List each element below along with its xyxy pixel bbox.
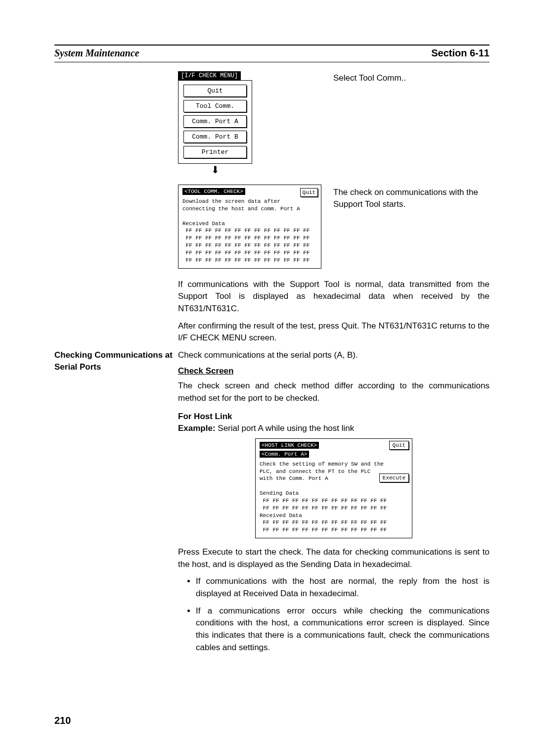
tool-comm-check-screen: <TOOL COMM. CHECK> Quit Download the scr…: [178, 185, 321, 269]
paragraph-5: Press Execute to start the check. The da…: [178, 546, 490, 570]
host-link-execute-button[interactable]: Execute: [379, 473, 409, 482]
bullet-item-2: If a communications error occurs while c…: [196, 605, 490, 654]
if-check-menu-title: [I/F CHECK MENU]: [178, 71, 241, 80]
bullet-list: If communications with the host are norm…: [178, 575, 490, 654]
arrow-down-icon: ⬇: [178, 165, 252, 175]
diagram1-caption: Select Tool Comm..: [333, 72, 406, 84]
for-host-link-heading: For Host Link: [178, 412, 490, 422]
paragraph-3: Check communications at the serial ports…: [178, 349, 490, 362]
menu-comm-port-a-button[interactable]: Comm. Port A: [183, 115, 247, 128]
header-left: System Maintenance: [54, 47, 139, 59]
host-link-check-body: Check the setting of memory SW and the P…: [260, 461, 408, 534]
tool-comm-check-body: Download the screen data after connectin…: [182, 198, 317, 264]
menu-comm-port-b-button[interactable]: Comm. Port B: [183, 131, 247, 143]
paragraph-1: If communications with the Support Tool …: [178, 279, 490, 315]
diagram2-caption: The check on communications with the Sup…: [333, 187, 490, 210]
example-line: Example: Serial port A while using the h…: [178, 424, 490, 433]
page-number: 210: [54, 715, 71, 726]
if-check-menu-screen: [I/F CHECK MENU] Quit Tool Comm. Comm. P…: [178, 70, 321, 175]
example-text: Serial port A while using the host link: [216, 424, 355, 433]
paragraph-4: The check screen and check method differ…: [178, 380, 490, 404]
host-link-port-title: <Comm. Port A>: [260, 451, 309, 458]
check-screen-heading: Check Screen: [178, 366, 490, 376]
example-label: Example:: [178, 424, 216, 433]
tool-comm-quit-button[interactable]: Quit: [300, 188, 318, 197]
menu-printer-button[interactable]: Printer: [183, 146, 247, 158]
header-right: Section 6-11: [431, 47, 490, 59]
if-check-menu-frame: Quit Tool Comm. Comm. Port A Comm. Port …: [178, 80, 252, 164]
host-link-check-title: <HOST LINK CHECK>: [260, 442, 319, 449]
bullet-item-1: If communications with the host are norm…: [196, 575, 490, 600]
host-link-quit-button[interactable]: Quit: [389, 441, 409, 450]
paragraph-2: After confirming the result of the test,…: [178, 320, 490, 344]
tool-comm-check-title: <TOOL COMM. CHECK>: [182, 188, 245, 195]
page-header: System Maintenance Section 6-11: [54, 45, 490, 62]
host-link-check-screen: <HOST LINK CHECK> Quit <Comm. Port A> Ex…: [255, 438, 412, 538]
menu-tool-comm-button[interactable]: Tool Comm.: [183, 100, 247, 112]
side-heading-checking-comms: Checking Communications at Serial Ports: [54, 349, 178, 373]
menu-quit-button[interactable]: Quit: [183, 85, 247, 97]
